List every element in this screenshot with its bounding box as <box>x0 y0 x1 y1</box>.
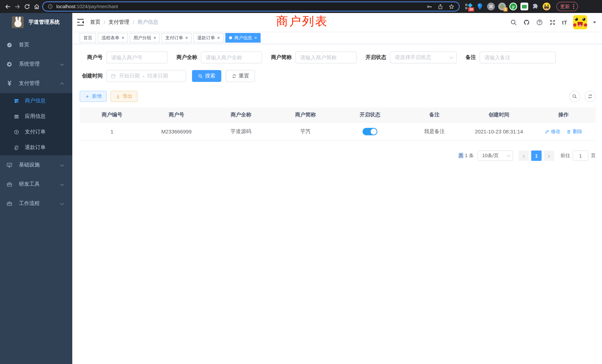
sidebar-item-infrastructure[interactable]: 基础设施 <box>0 155 72 175</box>
sidebar-item-refund-order[interactable]: 退款订单 <box>0 140 72 155</box>
extension-yudao-icon[interactable] <box>509 3 517 10</box>
font-size-icon[interactable] <box>562 19 567 25</box>
close-icon[interactable] <box>254 36 257 40</box>
tab-home[interactable]: 首页 <box>80 33 96 43</box>
close-icon[interactable] <box>153 36 156 40</box>
edit-link[interactable]: 修改 <box>545 128 560 135</box>
delete-link[interactable]: 删除 <box>566 128 582 135</box>
sidebar-item-label: 商户信息 <box>25 97 46 104</box>
breadcrumb-payment[interactable]: 支付管理 <box>109 19 129 26</box>
sidebar-item-label: 退款订单 <box>25 144 46 151</box>
tab-merchant-info[interactable]: 商户信息 <box>225 33 261 43</box>
app-logo[interactable]: 芋道管理系统 <box>0 13 72 32</box>
merchant-no-input[interactable] <box>106 52 168 63</box>
cell-actions: 修改 删除 <box>531 128 596 135</box>
short-name-input[interactable] <box>295 52 357 63</box>
sidebar-item-label: 工作流程 <box>19 200 40 207</box>
goto-page-input[interactable] <box>573 150 588 161</box>
sidebar-item-pay-order[interactable]: 支付订单 <box>0 124 72 140</box>
search-icon[interactable] <box>510 19 517 26</box>
url-host: localhost <box>56 4 75 9</box>
prev-page-button[interactable] <box>519 150 529 161</box>
status-select[interactable]: 请选择开启状态 <box>390 52 457 63</box>
status-toggle[interactable] <box>363 128 377 135</box>
search-button[interactable]: 搜索 <box>192 70 221 82</box>
sidebar-item-home[interactable]: 首页 <box>0 35 72 54</box>
sidebar-item-dev-tools[interactable]: 研发工具 <box>0 175 72 194</box>
breadcrumb-home[interactable]: 首页 <box>90 19 100 26</box>
help-icon[interactable] <box>536 19 543 26</box>
chevron-up-icon <box>60 83 64 86</box>
sidebar-item-payment-mgmt[interactable]: ¥ 支付管理 <box>0 74 72 93</box>
bookmark-star-icon[interactable] <box>449 3 454 10</box>
sidebar-item-label: 应用信息 <box>25 113 46 120</box>
tab-user-group[interactable]: 用户分组 <box>130 33 160 43</box>
sidebar-item-merchant-info[interactable]: 商户信息 <box>0 93 72 109</box>
share-icon[interactable] <box>437 3 443 10</box>
navbar-actions <box>510 15 596 29</box>
reset-button[interactable]: 重置 <box>226 70 255 82</box>
cell-merchant-id: 1 <box>80 129 144 135</box>
sidebar-item-app-info[interactable]: 应用信息 <box>0 109 72 124</box>
browser-forward-icon[interactable] <box>14 3 21 10</box>
url-bar[interactable]: localhost :1024/pay/merchant <box>42 1 460 11</box>
export-button[interactable]: 导出 <box>110 91 138 102</box>
cell-remark: 我是备注 <box>402 128 467 135</box>
col-header-status: 开启状态 <box>338 112 402 118</box>
password-key-icon[interactable] <box>426 3 432 10</box>
avatar-dropdown-caret-icon[interactable] <box>593 21 596 25</box>
close-icon[interactable] <box>217 36 220 40</box>
user-avatar[interactable] <box>573 15 587 29</box>
fullscreen-icon[interactable] <box>549 19 556 26</box>
yen-icon: ¥ <box>6 80 13 86</box>
remark-input[interactable] <box>480 52 556 63</box>
filter-row-2: 创建时间 开始日期 - 结束日期 <box>80 70 596 82</box>
dashboard-icon <box>6 42 13 48</box>
merchant-table: 商户编号 商户号 商户全称 商户简称 开启状态 备注 创建时间 操作 1 M23… <box>80 107 596 141</box>
filter-label-full-name: 商户全称 <box>176 54 197 61</box>
show-search-toggle-button[interactable] <box>569 91 580 102</box>
tab-process-form[interactable]: 流程表单 <box>98 33 128 43</box>
close-icon[interactable] <box>122 36 124 40</box>
tab-refund-order[interactable]: 退款订单 <box>194 33 224 43</box>
browser-back-icon[interactable] <box>4 3 11 10</box>
sidebar-collapse-icon[interactable] <box>77 19 84 26</box>
extensions-puzzle-icon[interactable] <box>532 3 539 10</box>
breadcrumb-current: 商户信息 <box>138 19 158 26</box>
browser-profile-avatar[interactable] <box>543 3 550 10</box>
page-size-select[interactable]: 10条/页 <box>477 150 513 161</box>
search-icon <box>198 74 203 78</box>
browser-home-icon[interactable] <box>33 3 40 10</box>
extension-map-pin-icon[interactable] <box>476 3 484 10</box>
sidebar-menu: 首页 系统管理 ¥ 支付管理 <box>0 35 72 213</box>
browser-update-button[interactable]: 更新 <box>556 2 578 11</box>
col-header-remark: 备注 <box>402 112 467 118</box>
col-header-merchant-no: 商户号 <box>144 112 209 118</box>
browser-menu-icon[interactable] <box>573 4 574 9</box>
sidebar-item-label: 基础设施 <box>19 162 40 168</box>
next-page-button[interactable] <box>544 150 554 161</box>
sidebar-item-workflow[interactable]: 工作流程 <box>0 194 72 213</box>
create-time-range-input[interactable]: 开始日期 - 结束日期 <box>106 70 186 82</box>
extensions-row: 10 1 <box>465 3 550 10</box>
extension-badge: 10 <box>468 7 474 11</box>
extension-command-icon[interactable] <box>487 3 495 10</box>
page-number-button[interactable]: 1 <box>531 150 542 161</box>
extension-chat-icon[interactable] <box>520 3 528 10</box>
sidebar-item-system-mgmt[interactable]: 系统管理 <box>0 54 72 74</box>
github-icon[interactable] <box>523 19 530 26</box>
extension-tampermonkey-icon[interactable]: 10 <box>465 3 473 10</box>
goto-page: 前往 页 <box>560 150 596 161</box>
close-icon[interactable] <box>185 36 188 40</box>
refresh-table-button[interactable] <box>585 91 596 102</box>
chevron-down-icon <box>60 62 64 66</box>
full-name-input[interactable] <box>201 52 262 63</box>
add-button[interactable]: 新增 <box>80 91 107 102</box>
sidebar-item-label: 系统管理 <box>19 61 40 67</box>
site-info-icon[interactable] <box>47 4 53 9</box>
tab-pay-order[interactable]: 支付订单 <box>162 33 192 43</box>
extension-recorder-icon[interactable]: 1 <box>498 3 506 10</box>
sidebar-item-label: 研发工具 <box>19 181 40 188</box>
filter-label-status: 开启状态 <box>366 54 386 61</box>
browser-reload-icon[interactable] <box>24 3 30 10</box>
